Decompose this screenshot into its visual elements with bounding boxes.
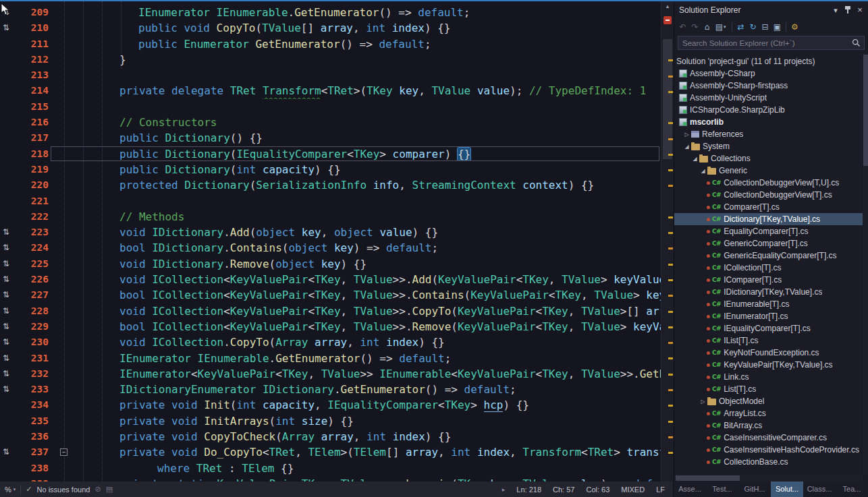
tree-hscrollbar-thumb[interactable]	[676, 475, 740, 481]
line-indicator[interactable]: Ln: 218	[516, 486, 541, 494]
sync-with-active-document-icon[interactable]: ⇄	[735, 22, 747, 32]
code-line-209[interactable]: ⇅209IEnumerator IEnumerable.GetEnumerato…	[0, 5, 661, 20]
tree-item[interactable]: Assembly-CSharp-firstpass	[674, 80, 868, 92]
scroll-right-icon[interactable]: ▸	[502, 486, 506, 493]
line-number[interactable]: 231	[8, 351, 49, 366]
tool-tab-tea[interactable]: Tea...	[836, 481, 868, 497]
code-line-221[interactable]: 221	[0, 194, 661, 209]
tree-item[interactable]: C#IEqualityComparer[T].cs	[674, 322, 868, 334]
line-number[interactable]: 220	[8, 177, 49, 193]
tree-item[interactable]: C#CollectionDebuggerView[T].cs	[674, 189, 868, 201]
code-line-211[interactable]: 211public Enumerator GetEnumerator() => …	[0, 36, 661, 52]
line-number[interactable]: 219	[8, 162, 49, 177]
code-line-222[interactable]: 222// Methods	[0, 209, 661, 225]
tree-item[interactable]: C#BitArray.cs	[674, 419, 868, 432]
tree-item[interactable]: mscorlib	[674, 116, 868, 128]
tree-item[interactable]: C#CollectionDebuggerView[T,U].cs	[674, 177, 868, 189]
line-number[interactable]: 224	[8, 240, 49, 256]
tree-item[interactable]: C#List[T].cs	[674, 383, 868, 395]
tree-item[interactable]: C#Dictionary[TKey,TValue].cs	[674, 213, 868, 225]
tree-item[interactable]: ◢System	[674, 140, 868, 152]
code-line-223[interactable]: ⇅223void IDictionary.Add(object key, obj…	[0, 225, 661, 240]
expander-closed-icon[interactable]: ▷	[683, 131, 690, 138]
editor-scrollbar[interactable]: ▴	[661, 1, 674, 481]
tool-tab-asse[interactable]: Asse...	[674, 481, 706, 497]
code-line-229[interactable]: ⇅229bool ICollection<KeyValuePair<TKey, …	[0, 319, 661, 334]
search-icon[interactable]	[852, 38, 861, 47]
line-number[interactable]: 239	[8, 476, 49, 481]
show-all-files-icon[interactable]: ▣	[771, 22, 783, 32]
code-line-234[interactable]: 234private void Init(int capacity, IEqua…	[0, 397, 661, 413]
line-number[interactable]: 218	[8, 146, 49, 162]
code-line-217[interactable]: 217public Dictionary() {}	[0, 130, 661, 146]
line-number[interactable]: 236	[8, 429, 49, 444]
line-number[interactable]: 226	[8, 272, 49, 287]
line-number[interactable]: 213	[8, 67, 49, 83]
line-number[interactable]: 225	[8, 256, 49, 272]
code-line-215[interactable]: 215	[0, 99, 661, 115]
tree-item[interactable]: C#IEnumerator[T].cs	[674, 310, 868, 322]
code-line-239[interactable]: 239private static KeyValuePair<TKey, TVa…	[0, 476, 661, 481]
tree-item[interactable]: ◢Generic	[674, 165, 868, 177]
refresh-icon[interactable]: ↻	[747, 22, 759, 32]
tool-tab-solut[interactable]: Solut...	[771, 481, 803, 497]
notifications-muted-icon[interactable]: ⊘	[94, 485, 101, 494]
search-input[interactable]	[678, 36, 865, 50]
column-indicator[interactable]: Col: 63	[586, 486, 609, 494]
line-number[interactable]: 233	[8, 382, 49, 397]
chevron-down-icon[interactable]: ▾	[724, 24, 729, 30]
tree-item[interactable]: Assembly-CSharp	[674, 67, 868, 80]
eol-indicator[interactable]: LF	[656, 486, 665, 494]
code-editor[interactable]: ⇅209IEnumerator IEnumerable.GetEnumerato…	[0, 1, 674, 481]
tree-item[interactable]: ▷ObjectModel	[674, 395, 868, 407]
tool-tab-test[interactable]: Test...	[706, 481, 738, 497]
forward-icon[interactable]: ↷	[689, 22, 701, 32]
code-line-233[interactable]: ⇅233IDictionaryEnumerator IDictionary.Ge…	[0, 382, 661, 397]
expander-closed-icon[interactable]: ▷	[699, 399, 707, 405]
code-line-213[interactable]: 213	[0, 67, 661, 83]
tree-item[interactable]: ▷References	[674, 128, 868, 140]
expander-open-icon[interactable]: ◢	[691, 156, 699, 162]
tree-item[interactable]: C#GenericComparer[T].cs	[674, 237, 868, 250]
line-number[interactable]: 223	[8, 225, 49, 240]
encoding-indicator[interactable]: MIXED	[621, 486, 645, 494]
tree-item[interactable]: C#IEnumerable[T].cs	[674, 298, 868, 310]
home-icon[interactable]: ⌂	[701, 22, 713, 32]
code-line-232[interactable]: ⇅232IEnumerator<KeyValuePair<TKey, TValu…	[0, 366, 661, 382]
tree-item[interactable]: C#IList[T].cs	[674, 334, 868, 347]
tool-tab-class[interactable]: Class...	[803, 481, 836, 497]
tree-scrollbar-horizontal[interactable]	[674, 475, 863, 481]
tree-item[interactable]: C#CollectionBase.cs	[674, 456, 868, 468]
line-number[interactable]: 221	[8, 194, 49, 209]
line-number[interactable]: 235	[8, 413, 49, 429]
tree-item[interactable]: C#KeyNotFoundException.cs	[674, 347, 868, 359]
line-number[interactable]: 229	[8, 319, 49, 334]
line-number[interactable]: 232	[8, 366, 49, 382]
code-line-216[interactable]: 216// Constructors	[0, 115, 661, 130]
code-line-228[interactable]: ⇅228void ICollection<KeyValuePair<TKey, …	[0, 303, 661, 319]
expander-open-icon[interactable]: ◢	[699, 168, 707, 174]
line-number[interactable]: 230	[8, 334, 49, 350]
code-line-218[interactable]: 218public Dictionary(IEqualityComparer<T…	[0, 146, 661, 162]
line-number[interactable]: 214	[8, 83, 49, 98]
line-number[interactable]: 222	[8, 209, 49, 225]
line-number[interactable]: 210	[8, 20, 49, 36]
code-line-225[interactable]: ⇅225void IDictionary.Remove(object key) …	[0, 256, 661, 272]
code-line-214[interactable]: 214private delegate TRet Transform<TRet>…	[0, 83, 661, 98]
pin-icon[interactable]	[842, 5, 854, 16]
code-line-231[interactable]: ⇅231IEnumerator IEnumerable.GetEnumerato…	[0, 351, 661, 366]
character-indicator[interactable]: Ch: 57	[553, 486, 574, 494]
line-number[interactable]: 216	[8, 115, 49, 130]
tree-scrollbar-thumb[interactable]	[863, 55, 868, 166]
code-line-238[interactable]: 238where TRet : TElem {}	[0, 461, 661, 476]
tree-item[interactable]: C#CaseInsensitiveComparer.cs	[674, 432, 868, 444]
task-list-icon[interactable]: ▤	[106, 485, 113, 494]
close-icon[interactable]: ×	[854, 5, 866, 16]
tree-item[interactable]: C#ICollection[T].cs	[674, 262, 868, 274]
code-line-236[interactable]: 236private void CopyToCheck(Array array,…	[0, 429, 661, 444]
collapse-all-icon[interactable]: ⊟	[759, 22, 771, 32]
tree-item[interactable]: ICSharpCode.SharpZipLib	[674, 104, 868, 116]
tool-tab-gith[interactable]: GitH...	[738, 481, 771, 497]
line-number[interactable]: 234	[8, 397, 49, 413]
line-number[interactable]: 238	[8, 461, 49, 476]
